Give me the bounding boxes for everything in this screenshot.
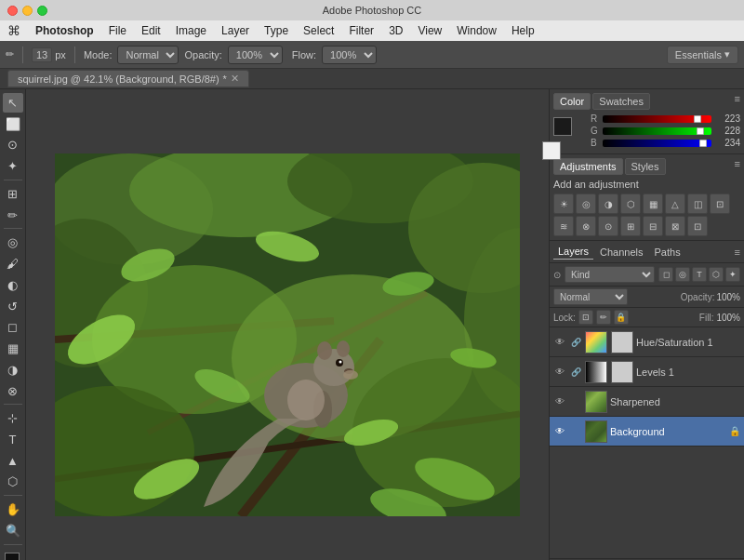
adjustments-tab[interactable]: Adjustments	[553, 158, 623, 175]
menu-edit[interactable]: Edit	[141, 24, 161, 37]
posterize-adj-icon[interactable]: ⊙	[598, 216, 618, 236]
filter-pixel-icon[interactable]: ◻	[658, 267, 673, 282]
gradient-map-adj-icon[interactable]: ⊟	[643, 216, 663, 236]
bw-adj-icon[interactable]: ◫	[687, 193, 708, 214]
b-slider[interactable]	[603, 140, 711, 147]
curves-adj-icon[interactable]: ◎	[576, 193, 596, 214]
menu-file[interactable]: File	[109, 24, 126, 37]
lock-pixels-icon[interactable]: ⊡	[578, 310, 593, 325]
gradient-tool[interactable]: ▦	[3, 339, 23, 358]
layer-visibility-toggle[interactable]: 👁	[553, 425, 566, 438]
marquee-tool[interactable]: ⬜	[3, 114, 23, 134]
quick-select-tool[interactable]: ✦	[3, 156, 23, 176]
layer-visibility-toggle[interactable]: 👁	[553, 395, 566, 408]
r-slider[interactable]	[603, 115, 711, 123]
history-tool[interactable]: ↺	[3, 297, 23, 316]
lock-position-icon[interactable]: ✏	[596, 310, 611, 325]
eraser-tool[interactable]: ◻	[3, 317, 23, 337]
levels-adj-icon[interactable]: ⊡	[687, 216, 708, 236]
close-button[interactable]	[7, 6, 18, 16]
fill-label: Fill:	[699, 313, 714, 323]
color-panel-menu[interactable]: ≡	[735, 93, 740, 110]
flow-select[interactable]: 100%	[322, 46, 377, 64]
path-select-tool[interactable]: ▲	[3, 451, 23, 471]
menu-layer[interactable]: Layer	[221, 24, 249, 37]
g-thumb[interactable]	[697, 127, 704, 135]
menu-help[interactable]: Help	[512, 24, 535, 37]
layers-tab[interactable]: Layers	[553, 244, 593, 260]
menu-filter[interactable]: Filter	[349, 24, 374, 37]
text-tool[interactable]: T	[3, 430, 23, 449]
photo-filter-adj-icon[interactable]: ⊡	[710, 193, 730, 214]
color-tab[interactable]: Color	[553, 93, 591, 110]
eyedropper-tool[interactable]: ✏	[3, 206, 23, 225]
pen-tool[interactable]: ⊹	[3, 408, 23, 428]
blend-mode-select[interactable]: Normal	[553, 288, 628, 305]
healing-tool[interactable]: ◎	[3, 233, 23, 252]
blur-tool[interactable]: ◑	[3, 360, 23, 380]
layer-hue-saturation[interactable]: 👁 🔗 Hue/Saturation 1	[550, 327, 744, 357]
background-swatch[interactable]	[542, 141, 561, 160]
shape-tool[interactable]: ⬡	[3, 473, 23, 492]
crop-tool[interactable]: ⊞	[3, 184, 23, 204]
minimize-button[interactable]	[22, 6, 33, 16]
filter-adj-icon[interactable]: ◎	[675, 267, 690, 282]
channels-tab[interactable]: Channels	[595, 245, 647, 260]
foreground-swatch[interactable]	[553, 117, 572, 136]
layer-levels[interactable]: 👁 🔗 Levels 1	[550, 357, 744, 387]
foreground-color[interactable]	[5, 553, 20, 560]
exposure-adj-icon[interactable]: ◑	[598, 193, 618, 214]
selective-color-adj-icon[interactable]: ⊠	[665, 216, 685, 236]
filter-shape-icon[interactable]: ⬡	[709, 267, 724, 282]
layer-background[interactable]: 👁 🔗 Background 🔒	[550, 417, 744, 447]
brightness-adj-icon[interactable]: ☀	[553, 193, 574, 214]
b-thumb[interactable]	[699, 140, 707, 147]
brush-tool[interactable]: 🖌	[3, 254, 23, 273]
menu-window[interactable]: Window	[457, 24, 497, 37]
dodge-tool[interactable]: ⊗	[3, 381, 23, 401]
r-thumb[interactable]	[694, 115, 701, 123]
opacity-select[interactable]: 100%	[228, 46, 283, 64]
brush-size-field[interactable]: 13 px	[32, 47, 66, 62]
menu-select[interactable]: Select	[303, 24, 334, 37]
invert-adj-icon[interactable]: ⊗	[576, 216, 596, 236]
channel-mix-adj-icon[interactable]: ≋	[553, 216, 574, 236]
menu-view[interactable]: View	[418, 24, 442, 37]
layer-visibility-toggle[interactable]: 👁	[553, 336, 566, 349]
hue-sat-adj-icon[interactable]: ▦	[643, 193, 663, 214]
adj-panel-menu[interactable]: ≡	[735, 158, 740, 175]
canvas-area[interactable]	[26, 89, 549, 560]
layers-panel-menu[interactable]: ≡	[735, 247, 740, 258]
layer-sharpened[interactable]: 👁 🔗 Sharpened	[550, 387, 744, 417]
paths-tab[interactable]: Paths	[650, 245, 685, 260]
mode-select[interactable]: Normal	[117, 46, 179, 64]
styles-tab[interactable]: Styles	[625, 158, 666, 175]
layer-link-icon[interactable]: 🔗	[569, 336, 582, 349]
filter-text-icon[interactable]: T	[692, 267, 707, 282]
essentials-button[interactable]: Essentials ▾	[667, 46, 738, 64]
color-balance-adj-icon[interactable]: △	[665, 193, 685, 214]
menu-photoshop[interactable]: Photoshop	[35, 24, 94, 37]
menu-type[interactable]: Type	[264, 24, 288, 37]
menu-image[interactable]: Image	[176, 24, 206, 37]
apple-menu[interactable]: ⌘	[7, 23, 20, 38]
hand-tool[interactable]: ✋	[3, 500, 23, 519]
vibrance-adj-icon[interactable]: ⬡	[620, 193, 641, 214]
maximize-button[interactable]	[37, 6, 47, 16]
layer-filter-select[interactable]: Kind	[565, 266, 655, 283]
move-tool[interactable]: ↖	[3, 93, 23, 113]
zoom-tool[interactable]: 🔍	[3, 521, 23, 540]
g-slider[interactable]	[603, 127, 711, 135]
lasso-tool[interactable]: ⊙	[3, 136, 23, 155]
clone-tool[interactable]: ◐	[3, 275, 23, 295]
document-tab[interactable]: squirrel.jpg @ 42.1% (Background, RGB/8#…	[7, 70, 249, 87]
filter-smart-icon[interactable]: ✦	[725, 267, 740, 282]
threshold-adj-icon[interactable]: ⊞	[620, 216, 641, 236]
opacity-control[interactable]: Opacity: 100%	[681, 292, 740, 302]
layer-link-icon[interactable]: 🔗	[569, 366, 582, 379]
layer-visibility-toggle[interactable]: 👁	[553, 366, 566, 379]
menu-3d[interactable]: 3D	[389, 24, 403, 37]
swatches-tab[interactable]: Swatches	[592, 93, 650, 110]
tab-close-icon[interactable]: ✕	[231, 73, 239, 85]
lock-all-icon[interactable]: 🔒	[614, 310, 629, 325]
